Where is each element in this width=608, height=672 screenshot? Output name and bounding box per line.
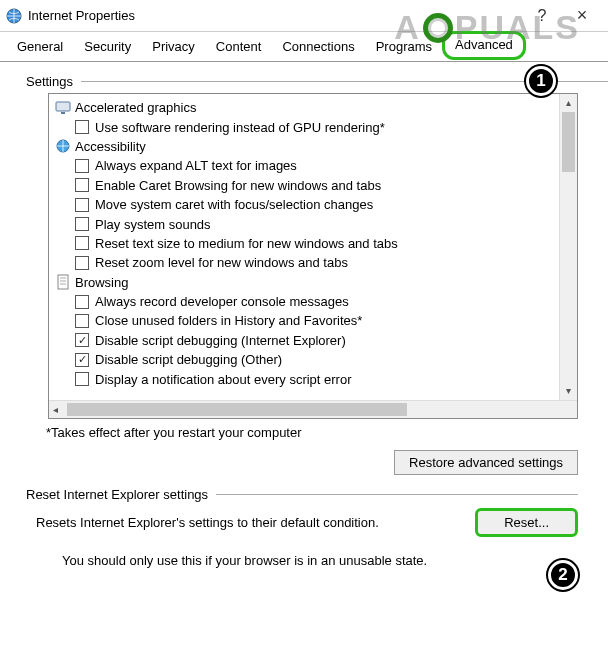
annotation-badge-1: 1	[526, 66, 556, 96]
svg-rect-2	[61, 112, 65, 114]
tree-item[interactable]: Move system caret with focus/selection c…	[53, 195, 577, 214]
svg-rect-1	[56, 102, 70, 111]
tree-category: Accelerated graphics	[53, 98, 577, 117]
settings-area: Accelerated graphics Use software render…	[48, 93, 578, 419]
settings-group-label: Settings	[26, 74, 608, 89]
close-button[interactable]: ×	[562, 5, 602, 26]
settings-label-text: Settings	[26, 74, 73, 89]
tree-item[interactable]: Reset text size to medium for new window…	[53, 234, 577, 253]
tree-category: Browsing	[53, 273, 577, 292]
tab-privacy[interactable]: Privacy	[141, 33, 206, 62]
tree-item[interactable]: Reset zoom level for new windows and tab…	[53, 253, 577, 272]
window-title: Internet Properties	[28, 8, 522, 23]
reset-group-label-text: Reset Internet Explorer settings	[26, 487, 208, 502]
tree-item-label: Display a notification about every scrip…	[95, 372, 352, 387]
tree-item[interactable]: Close unused folders in History and Favo…	[53, 311, 577, 330]
checkbox[interactable]	[75, 314, 89, 328]
tree-item-label: Disable script debugging (Internet Explo…	[95, 333, 346, 348]
tab-general[interactable]: General	[6, 33, 74, 62]
checkbox[interactable]	[75, 217, 89, 231]
help-button[interactable]: ?	[522, 7, 562, 25]
settings-treeview[interactable]: Accelerated graphics Use software render…	[48, 93, 578, 419]
tree-item-label: Move system caret with focus/selection c…	[95, 197, 373, 212]
tree-item-label: Always record developer console messages	[95, 294, 349, 309]
svg-rect-4	[58, 275, 68, 289]
scroll-left-arrow-icon[interactable]: ◂	[53, 404, 58, 415]
checkbox[interactable]	[75, 236, 89, 250]
tree-item-label: Always expand ALT text for images	[95, 158, 297, 173]
restore-advanced-button[interactable]: Restore advanced settings	[394, 450, 578, 475]
checkbox[interactable]	[75, 372, 89, 386]
tree-item[interactable]: Play system sounds	[53, 214, 577, 233]
tree-item-label: Play system sounds	[95, 217, 211, 232]
tree-item-label: Use software rendering instead of GPU re…	[95, 120, 385, 135]
tree-category-label: Accelerated graphics	[75, 100, 196, 115]
checkbox[interactable]: ✓	[75, 333, 89, 347]
scroll-down-arrow-icon[interactable]: ▾	[560, 382, 577, 400]
checkbox[interactable]: ✓	[75, 353, 89, 367]
tree-item-label: Enable Caret Browsing for new windows an…	[95, 178, 381, 193]
checkbox[interactable]	[75, 198, 89, 212]
tree-category: Accessibility	[53, 137, 577, 156]
tab-strip: General Security Privacy Content Connect…	[0, 32, 608, 62]
tree-item[interactable]: Enable Caret Browsing for new windows an…	[53, 176, 577, 195]
tree-item-label: Disable script debugging (Other)	[95, 352, 282, 367]
scroll-thumb[interactable]	[562, 112, 575, 172]
checkbox[interactable]	[75, 178, 89, 192]
restore-row: Restore advanced settings	[0, 450, 578, 475]
page-icon	[55, 274, 71, 290]
reset-warning: You should only use this if your browser…	[62, 553, 578, 568]
scroll-thumb-horizontal[interactable]	[67, 403, 407, 416]
tree-category-label: Accessibility	[75, 139, 146, 154]
checkbox[interactable]	[75, 256, 89, 270]
tree-item[interactable]: Display a notification about every scrip…	[53, 369, 577, 388]
reset-group-label: Reset Internet Explorer settings	[26, 487, 578, 502]
checkbox[interactable]	[75, 295, 89, 309]
tree-item-label: Reset zoom level for new windows and tab…	[95, 255, 348, 270]
vertical-scrollbar[interactable]: ▴ ▾	[559, 94, 577, 400]
horizontal-scrollbar[interactable]: ◂ ▸	[49, 400, 577, 418]
tree-item[interactable]: Use software rendering instead of GPU re…	[53, 117, 577, 136]
tree-item[interactable]: ✓Disable script debugging (Internet Expl…	[53, 331, 577, 350]
reset-button[interactable]: Reset...	[475, 508, 578, 537]
tab-content[interactable]: Content	[205, 33, 273, 62]
tab-security[interactable]: Security	[73, 33, 142, 62]
tab-programs[interactable]: Programs	[365, 33, 443, 62]
tree-item[interactable]: ✓Disable script debugging (Other)	[53, 350, 577, 369]
globe-icon	[55, 138, 71, 154]
tree-item[interactable]: Always expand ALT text for images	[53, 156, 577, 175]
titlebar: Internet Properties ? ×	[0, 0, 608, 32]
tree-item[interactable]: Always record developer console messages	[53, 292, 577, 311]
tree-item-label: Close unused folders in History and Favo…	[95, 313, 362, 328]
tree-item-label: Reset text size to medium for new window…	[95, 236, 398, 251]
monitor-icon	[55, 100, 71, 116]
tab-advanced[interactable]: Advanced	[442, 31, 526, 60]
checkbox[interactable]	[75, 120, 89, 134]
scroll-up-arrow-icon[interactable]: ▴	[560, 94, 577, 112]
checkbox[interactable]	[75, 159, 89, 173]
tab-connections[interactable]: Connections	[271, 33, 365, 62]
reset-description: Resets Internet Explorer's settings to t…	[36, 514, 455, 532]
restart-note: *Takes effect after you restart your com…	[46, 425, 608, 440]
annotation-badge-2: 2	[548, 560, 578, 590]
globe-icon	[6, 8, 22, 24]
reset-group: Reset Internet Explorer settings Resets …	[26, 487, 578, 568]
tree-category-label: Browsing	[75, 275, 128, 290]
